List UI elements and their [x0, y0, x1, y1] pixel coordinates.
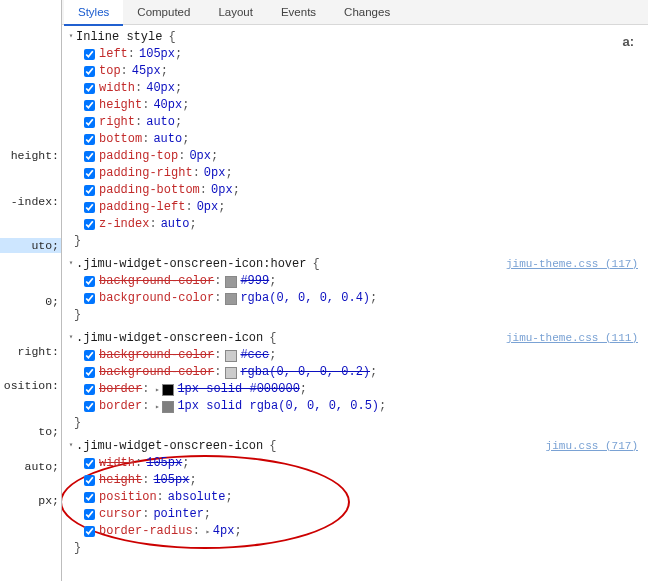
css-property[interactable]: cursor [99, 506, 142, 523]
tab-layout[interactable]: Layout [204, 0, 267, 24]
css-value[interactable]: 0px [204, 165, 226, 182]
expand-twisty-icon[interactable]: ▾ [66, 437, 76, 454]
css-value[interactable]: 40px [146, 80, 175, 97]
css-declaration[interactable]: padding-bottom: 0px; [66, 182, 638, 199]
expand-twisty-icon[interactable]: ▾ [66, 28, 76, 45]
toggle-declaration-checkbox[interactable] [84, 293, 95, 304]
css-value[interactable]: 1px solid #000000 [177, 381, 299, 398]
css-value[interactable]: auto [153, 131, 182, 148]
css-property[interactable]: padding-left [99, 199, 185, 216]
css-declaration[interactable]: right: auto; [66, 114, 638, 131]
tab-styles[interactable]: Styles [64, 0, 123, 26]
css-value[interactable]: auto [161, 216, 190, 233]
css-value[interactable]: 40px [153, 97, 182, 114]
css-value[interactable]: absolute [168, 489, 226, 506]
css-declaration[interactable]: background-color: #ccc; [66, 347, 638, 364]
css-property[interactable]: padding-right [99, 165, 193, 182]
css-value[interactable]: 0px [189, 148, 211, 165]
toggle-declaration-checkbox[interactable] [84, 401, 95, 412]
css-property[interactable]: border-radius [99, 523, 193, 540]
css-selector[interactable]: .jimu-widget-onscreen-icon:hover [76, 256, 306, 273]
color-swatch[interactable] [225, 293, 237, 305]
css-value[interactable]: 0px [197, 199, 219, 216]
css-declaration[interactable]: padding-right: 0px; [66, 165, 638, 182]
css-declaration[interactable]: position: absolute; [66, 489, 638, 506]
css-declaration[interactable]: height: 105px; [66, 472, 638, 489]
css-property[interactable]: height [99, 97, 142, 114]
tab-events[interactable]: Events [267, 0, 330, 24]
toggle-declaration-checkbox[interactable] [84, 134, 95, 145]
css-selector[interactable]: .jimu-widget-onscreen-icon [76, 438, 263, 455]
css-value[interactable]: pointer [153, 506, 203, 523]
toggle-declaration-checkbox[interactable] [84, 49, 95, 60]
css-declaration[interactable]: height: 40px; [66, 97, 638, 114]
css-selector[interactable]: .jimu-widget-onscreen-icon [76, 330, 263, 347]
toggle-declaration-checkbox[interactable] [84, 219, 95, 230]
css-property[interactable]: left [99, 46, 128, 63]
css-property[interactable]: width [99, 80, 135, 97]
css-declaration[interactable]: border-radius: ▸4px; [66, 523, 638, 540]
css-declaration[interactable]: padding-top: 0px; [66, 148, 638, 165]
toggle-declaration-checkbox[interactable] [84, 458, 95, 469]
css-declaration[interactable]: z-index: auto; [66, 216, 638, 233]
css-value[interactable]: auto [146, 114, 175, 131]
expand-twisty-icon[interactable]: ▾ [66, 255, 76, 272]
css-declaration[interactable]: padding-left: 0px; [66, 199, 638, 216]
css-value[interactable]: rgba(0, 0, 0, 0.2) [240, 364, 370, 381]
css-source-link[interactable]: jimu-theme.css (111) [506, 330, 638, 347]
color-swatch[interactable] [225, 350, 237, 362]
tab-changes[interactable]: Changes [330, 0, 404, 24]
css-declaration[interactable]: border: ▸1px solid rgba(0, 0, 0, 0.5); [66, 398, 638, 415]
css-property[interactable]: background-color [99, 364, 214, 381]
css-value[interactable]: 0px [211, 182, 233, 199]
css-property[interactable]: height [99, 472, 142, 489]
value-expander-icon[interactable]: ▸ [153, 398, 161, 415]
css-property[interactable]: top [99, 63, 121, 80]
toggle-declaration-checkbox[interactable] [84, 100, 95, 111]
css-value[interactable]: rgba(0, 0, 0, 0.4) [240, 290, 370, 307]
toggle-declaration-checkbox[interactable] [84, 492, 95, 503]
toggle-declaration-checkbox[interactable] [84, 185, 95, 196]
css-declaration[interactable]: top: 45px; [66, 63, 638, 80]
css-declaration[interactable]: background-color: #999; [66, 273, 638, 290]
css-value[interactable]: 4px [213, 523, 235, 540]
css-property[interactable]: background-color [99, 347, 214, 364]
css-property[interactable]: border [99, 398, 142, 415]
css-value[interactable]: 45px [132, 63, 161, 80]
toggle-declaration-checkbox[interactable] [84, 475, 95, 486]
css-value[interactable]: #ccc [240, 347, 269, 364]
css-declaration[interactable]: bottom: auto; [66, 131, 638, 148]
css-property[interactable]: padding-top [99, 148, 178, 165]
toggle-declaration-checkbox[interactable] [84, 276, 95, 287]
expand-twisty-icon[interactable]: ▾ [66, 329, 76, 346]
color-swatch[interactable] [225, 276, 237, 288]
css-source-link[interactable]: jimu-theme.css (117) [506, 256, 638, 273]
toggle-declaration-checkbox[interactable] [84, 509, 95, 520]
css-property[interactable]: right [99, 114, 135, 131]
css-value[interactable]: 1px solid rgba(0, 0, 0, 0.5) [177, 398, 379, 415]
css-value[interactable]: 105px [153, 472, 189, 489]
css-property[interactable]: background-color [99, 273, 214, 290]
toggle-declaration-checkbox[interactable] [84, 117, 95, 128]
tab-computed[interactable]: Computed [123, 0, 204, 24]
toggle-declaration-checkbox[interactable] [84, 526, 95, 537]
toggle-declaration-checkbox[interactable] [84, 151, 95, 162]
css-source-link[interactable]: jimu.css (717) [546, 438, 638, 455]
css-declaration[interactable]: background-color: rgba(0, 0, 0, 0.4); [66, 290, 638, 307]
css-property[interactable]: background-color [99, 290, 214, 307]
toggle-declaration-checkbox[interactable] [84, 367, 95, 378]
css-declaration[interactable]: left: 105px; [66, 46, 638, 63]
css-value[interactable]: #999 [240, 273, 269, 290]
css-property[interactable]: width [99, 455, 135, 472]
css-value[interactable]: 105px [139, 46, 175, 63]
color-swatch[interactable] [162, 401, 174, 413]
css-value[interactable]: 105px [146, 455, 182, 472]
css-selector[interactable]: Inline style [76, 29, 162, 46]
toggle-declaration-checkbox[interactable] [84, 66, 95, 77]
value-expander-icon[interactable]: ▸ [204, 523, 212, 540]
toggle-declaration-checkbox[interactable] [84, 83, 95, 94]
css-property[interactable]: padding-bottom [99, 182, 200, 199]
css-declaration[interactable]: border: ▸1px solid #000000; [66, 381, 638, 398]
css-property[interactable]: position [99, 489, 157, 506]
toggle-declaration-checkbox[interactable] [84, 202, 95, 213]
